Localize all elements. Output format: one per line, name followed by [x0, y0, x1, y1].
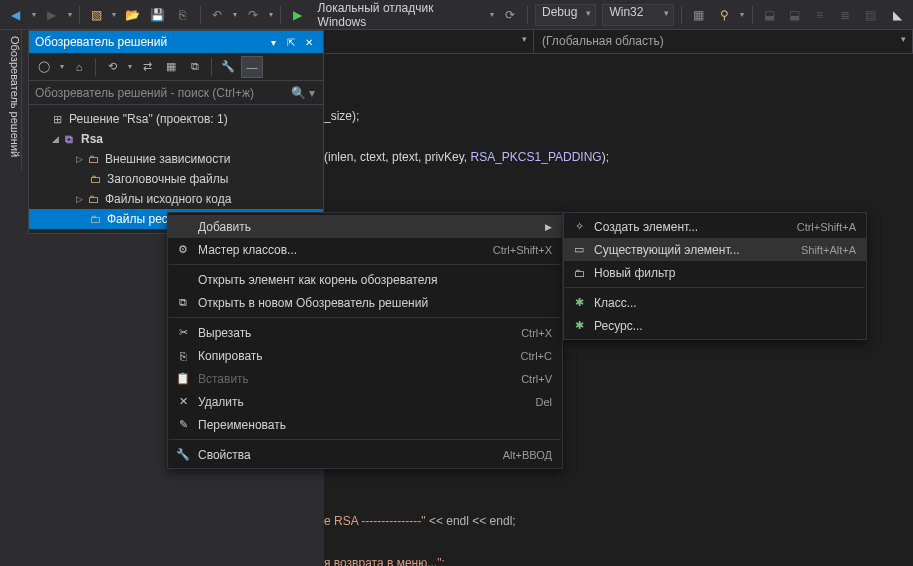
cut-icon: ✂: [172, 326, 194, 339]
class-wizard-icon: ⚙: [172, 243, 194, 256]
resource-icon: ✱: [568, 319, 590, 332]
refresh-button[interactable]: ⟳: [499, 3, 522, 27]
new-project-dropdown[interactable]: ▾: [110, 10, 119, 19]
properties-icon: 🔧: [172, 448, 194, 461]
ctx-label: Удалить: [194, 395, 515, 409]
tree-project-row[interactable]: ◢ ⧉ Rsa: [29, 129, 323, 149]
expand-icon[interactable]: ▷: [73, 194, 85, 204]
expand-icon[interactable]: ◢: [49, 134, 61, 144]
ctx-open-new-explorer[interactable]: ⧉ Открыть в новом Обозреватель решений: [168, 291, 562, 314]
submenu-arrow-icon: ▶: [533, 222, 552, 232]
tb-icon-2[interactable]: ⬓: [758, 3, 781, 27]
tree-source-row[interactable]: ▷ 🗀 Файлы исходного кода: [29, 189, 323, 209]
new-project-button[interactable]: ▧: [85, 3, 108, 27]
ctx-label: Вставить: [194, 372, 501, 386]
save-button[interactable]: 💾: [146, 3, 169, 27]
panel-sync-dd[interactable]: ▾: [125, 62, 134, 71]
tb-icon-4[interactable]: ≡: [808, 3, 831, 27]
editor-scope-combo[interactable]: (Глобальная область): [534, 30, 913, 53]
panel-titlebar: Обозреватель решений ▾ ⇱ ✕: [29, 31, 323, 53]
ctx-existing-item[interactable]: ▭ Существующий элемент... Shift+Alt+A: [564, 238, 866, 261]
panel-close-button[interactable]: ✕: [301, 34, 317, 50]
nav-back-dropdown[interactable]: ▾: [29, 10, 38, 19]
nav-forward-button[interactable]: ▶: [40, 3, 63, 27]
panel-refresh-button[interactable]: ⇄: [136, 56, 158, 78]
debugger-dropdown[interactable]: ▾: [488, 10, 497, 19]
tb-icon-3[interactable]: ⬓: [783, 3, 806, 27]
start-debug-button[interactable]: ▶: [286, 3, 309, 27]
redo-dropdown[interactable]: ▾: [267, 10, 276, 19]
code-macro: RSA_PKCS1_PADDING: [471, 150, 602, 164]
ctx-shortcut: Ctrl+X: [501, 327, 552, 339]
editor-left-combo[interactable]: [324, 30, 534, 53]
ctx-open-as-root[interactable]: Открыть элемент как корень обозревателя: [168, 268, 562, 291]
panel-view-button[interactable]: —: [241, 56, 263, 78]
undo-button[interactable]: ↶: [206, 3, 229, 27]
ctx-cut[interactable]: ✂ Вырезать Ctrl+X: [168, 321, 562, 344]
rename-icon: ✎: [172, 418, 194, 431]
panel-properties-button[interactable]: 🔧: [217, 56, 239, 78]
ctx-class-wizard[interactable]: ⚙ Мастер классов... Ctrl+Shift+X: [168, 238, 562, 261]
ctx-copy[interactable]: ⎘ Копировать Ctrl+C: [168, 344, 562, 367]
redo-button[interactable]: ↷: [241, 3, 264, 27]
ctx-add[interactable]: Добавить ▶: [168, 215, 562, 238]
tb-icon-5[interactable]: ≣: [833, 3, 856, 27]
folder-icon: 🗀: [85, 151, 101, 167]
nav-back-button[interactable]: ◀: [4, 3, 27, 27]
find-button[interactable]: ⚲: [713, 3, 736, 27]
ctx-label: Открыть элемент как корень обозревателя: [194, 273, 552, 287]
tree-item-label: Заголовочные файлы: [107, 172, 228, 186]
save-all-button[interactable]: ⎘: [171, 3, 194, 27]
panel-title-text: Обозреватель решений: [35, 35, 167, 49]
tree-solution-label: Решение "Rsa" (проектов: 1): [69, 112, 228, 126]
solution-icon: ⊞: [49, 111, 65, 127]
nav-forward-dropdown[interactable]: ▾: [65, 10, 74, 19]
panel-search-box[interactable]: Обозреватель решений - поиск (Ctrl+ж) 🔍 …: [29, 81, 323, 105]
ctx-delete[interactable]: ✕ Удалить Del: [168, 390, 562, 413]
panel-sync-button[interactable]: ⟲: [101, 56, 123, 78]
panel-back-dd[interactable]: ▾: [57, 62, 66, 71]
tree-headers-row[interactable]: 🗀 Заголовочные файлы: [29, 169, 323, 189]
solution-explorer-vtab[interactable]: Обозреватель решений: [0, 30, 22, 170]
paste-icon: 📋: [172, 372, 194, 385]
platform-combo[interactable]: Win32: [602, 4, 674, 26]
ctx-new-filter[interactable]: 🗀 Новый фильтр: [564, 261, 866, 284]
folder-icon: 🗀: [87, 211, 103, 227]
expand-icon[interactable]: ▷: [73, 154, 85, 164]
tb-icon-1[interactable]: ▦: [687, 3, 710, 27]
ctx-shortcut: Ctrl+Shift+X: [473, 244, 552, 256]
tree-ext-deps-row[interactable]: ▷ 🗀 Внешние зависимости: [29, 149, 323, 169]
find-dropdown[interactable]: ▾: [738, 10, 747, 19]
ctx-resource[interactable]: ✱ Ресурс...: [564, 314, 866, 337]
ctx-new-item[interactable]: ✧ Создать элемент... Ctrl+Shift+A: [564, 215, 866, 238]
project-icon: ⧉: [61, 131, 77, 147]
folder-icon: 🗀: [87, 171, 103, 187]
ctx-class[interactable]: ✱ Класс...: [564, 291, 866, 314]
bookmark-icon[interactable]: ◣: [886, 3, 909, 27]
config-combo[interactable]: Debug: [535, 4, 596, 26]
panel-showall-button[interactable]: ▦: [160, 56, 182, 78]
ctx-shortcut: Ctrl+V: [501, 373, 552, 385]
ctx-paste: 📋 Вставить Ctrl+V: [168, 367, 562, 390]
tree-project-label: Rsa: [81, 132, 103, 146]
panel-collapse-button[interactable]: ⧉: [184, 56, 206, 78]
solution-explorer-panel: Обозреватель решений ▾ ⇱ ✕ ◯ ▾ ⌂ ⟲ ▾ ⇄ ▦…: [28, 30, 324, 234]
ctx-label: Свойства: [194, 448, 483, 462]
ctx-label: Новый фильтр: [590, 266, 856, 280]
existing-item-icon: ▭: [568, 243, 590, 256]
ctx-rename[interactable]: ✎ Переименовать: [168, 413, 562, 436]
ctx-properties[interactable]: 🔧 Свойства Alt+ВВОД: [168, 443, 562, 466]
ctx-label: Вырезать: [194, 326, 501, 340]
code-frag: << endl << endl;: [426, 514, 516, 528]
undo-dropdown[interactable]: ▾: [231, 10, 240, 19]
panel-pin-button[interactable]: ⇱: [283, 34, 299, 50]
open-file-button[interactable]: 📂: [121, 3, 144, 27]
panel-back-button[interactable]: ◯: [33, 56, 55, 78]
tree-solution-row[interactable]: ⊞ Решение "Rsa" (проектов: 1): [29, 109, 323, 129]
context-submenu-add: ✧ Создать элемент... Ctrl+Shift+A ▭ Суще…: [563, 212, 867, 340]
panel-dropdown-button[interactable]: ▾: [265, 34, 281, 50]
panel-home-button[interactable]: ⌂: [68, 56, 90, 78]
debugger-label[interactable]: Локальный отладчик Windows: [312, 1, 487, 29]
tb-icon-6[interactable]: ▤: [858, 3, 881, 27]
tree-item-label: Файлы исходного кода: [105, 192, 231, 206]
